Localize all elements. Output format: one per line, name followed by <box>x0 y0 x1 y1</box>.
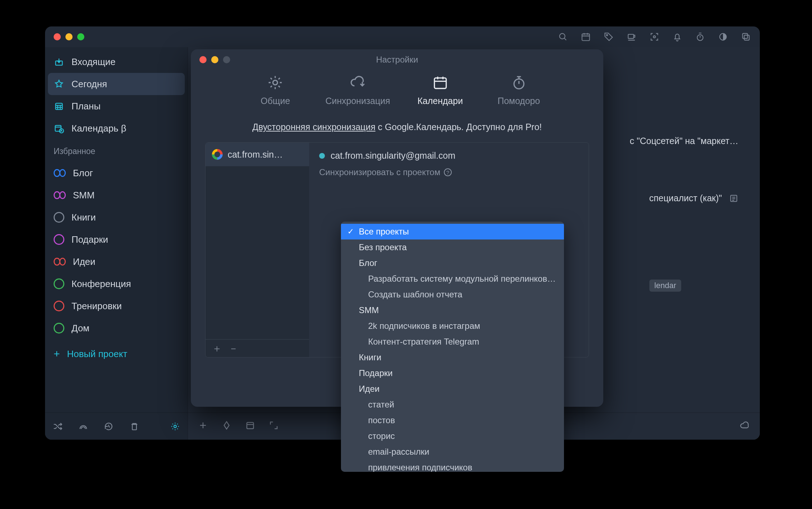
fullscreen-window-button[interactable] <box>77 33 84 40</box>
sidebar-project-smm[interactable]: SMM <box>45 184 188 206</box>
sidebar-project-home[interactable]: Дом <box>45 317 188 339</box>
status-dot-icon <box>319 153 325 159</box>
settings-tab-general[interactable]: Общие <box>247 74 304 106</box>
sidebar-project-conference[interactable]: Конференция <box>45 273 188 295</box>
tag-icon[interactable] <box>603 31 614 42</box>
minimize-window-button[interactable] <box>65 33 73 40</box>
close-window-button[interactable] <box>54 33 61 40</box>
cloud-icon[interactable] <box>740 420 750 433</box>
gear-icon <box>267 74 283 91</box>
add-account-button[interactable]: ＋ <box>212 342 222 355</box>
note-icon <box>729 194 738 203</box>
new-project-button[interactable]: + Новый проект <box>45 343 188 365</box>
stopwatch-icon <box>511 74 527 91</box>
svg-rect-2 <box>582 34 590 41</box>
task-row-2[interactable]: специалист (как)" <box>649 193 738 203</box>
account-item-google[interactable]: cat.from.sin… <box>206 143 309 166</box>
dropdown-item[interactable]: сторис <box>341 428 564 444</box>
settings-tabs: ОбщиеСинхронизацияКалендариПомодоро <box>191 70 603 115</box>
dropdown-item[interactable]: Без проекта <box>341 239 564 255</box>
svg-point-47 <box>514 79 524 89</box>
sidebar-nav-today[interactable]: Сегодня <box>48 73 185 95</box>
dropdown-item[interactable]: привлечения подписчиков <box>341 460 564 472</box>
calendar-small-icon[interactable] <box>245 420 255 433</box>
shuffle-icon[interactable] <box>52 421 63 432</box>
focus-icon[interactable] <box>649 31 660 42</box>
trash-icon[interactable] <box>129 421 140 432</box>
sidebar-nav-plans[interactable]: Планы <box>45 95 188 117</box>
svg-rect-37 <box>247 422 254 429</box>
project-circle-icon <box>54 301 64 311</box>
copy-icon[interactable] <box>741 31 751 42</box>
sidebar: ВходящиеСегодняПланыКалендарь β Избранно… <box>45 47 188 440</box>
contrast-icon[interactable] <box>718 31 728 42</box>
calendar-tag-chip[interactable]: lendar <box>649 280 681 292</box>
project-circle-icon <box>54 212 64 223</box>
dropdown-item[interactable]: 2k подписчиков в инстаграм <box>341 318 564 334</box>
sidebar-project-ideas[interactable]: Идеи <box>45 251 188 273</box>
calendar-icon[interactable] <box>580 31 591 42</box>
traffic-lights-main <box>54 33 84 40</box>
history-icon[interactable] <box>104 421 114 432</box>
svg-rect-22 <box>55 125 61 131</box>
settings-titlebar: Настройки <box>191 49 603 70</box>
sidebar-project-books[interactable]: Книги <box>45 206 188 228</box>
dropdown-item[interactable]: Разработать систему модульной перелинков… <box>341 271 564 287</box>
add-icon[interactable] <box>198 420 208 433</box>
sidebar-nav-label: Планы <box>71 101 100 112</box>
dropdown-item[interactable]: Подарки <box>341 365 564 381</box>
sidebar-nav-inbox[interactable]: Входящие <box>45 51 188 73</box>
settings-tab-sync[interactable]: Синхронизация <box>325 74 390 106</box>
project-label: Подарки <box>71 234 108 245</box>
expand-icon[interactable] <box>269 420 279 433</box>
project-label: Дом <box>71 323 89 334</box>
project-dropdown[interactable]: Все проектыБез проектаБлогРазработать си… <box>341 222 564 472</box>
remove-account-button[interactable]: － <box>228 342 238 355</box>
diamond-icon[interactable] <box>222 420 232 433</box>
timer-icon[interactable] <box>695 31 705 42</box>
svg-point-30 <box>174 425 177 428</box>
svg-rect-17 <box>56 103 63 110</box>
svg-line-28 <box>109 426 110 427</box>
dropdown-item[interactable]: Контент-стратегия Telegram <box>341 334 564 350</box>
dropdown-item[interactable]: Блог <box>341 255 564 271</box>
google-icon <box>212 149 223 160</box>
dropdown-item[interactable]: Книги <box>341 350 564 365</box>
dropdown-item[interactable]: Все проекты <box>341 224 564 239</box>
account-email-row: cat.from.singularity@gmail.com <box>319 150 579 161</box>
sidebar-nav-label: Входящие <box>71 56 115 68</box>
dropdown-item[interactable]: постов <box>341 412 564 428</box>
favorites-header: Избранное <box>45 143 188 158</box>
bell-icon[interactable] <box>672 31 683 42</box>
sidebar-nav-calendar[interactable]: Календарь β <box>45 117 188 139</box>
settings-tab-label: Синхронизация <box>325 96 390 106</box>
task-text-2: специалист (как)" <box>649 193 722 203</box>
settings-note-link[interactable]: Двусторонняя синхронизация <box>252 122 375 132</box>
account-list-footer: ＋ － <box>206 339 309 357</box>
dropdown-item[interactable]: Создать шаблон отчета <box>341 287 564 302</box>
dropdown-item[interactable]: SMM <box>341 302 564 318</box>
dropdown-item[interactable]: email-рассылки <box>341 444 564 460</box>
cup-icon[interactable] <box>626 31 637 42</box>
account-list: cat.from.sin… ＋ － <box>206 143 309 357</box>
sidebar-project-blog[interactable]: Блог <box>45 162 188 184</box>
project-label: Блог <box>73 168 93 179</box>
sidebar-bottombar <box>45 412 188 440</box>
search-icon[interactable] <box>558 31 568 42</box>
rainbow-icon[interactable] <box>78 421 89 432</box>
dropdown-item[interactable]: статей <box>341 397 564 412</box>
project-label: Конференция <box>71 278 131 290</box>
dropdown-item[interactable]: Идеи <box>341 381 564 397</box>
project-label: SMM <box>73 190 95 201</box>
project-infinity-icon <box>54 169 66 177</box>
help-icon[interactable]: ? <box>444 168 452 176</box>
settings-icon[interactable] <box>170 421 180 432</box>
task-row-1[interactable]: с "Соцсетей" на "маркет… <box>630 136 738 146</box>
settings-tab-label: Календари <box>417 96 463 106</box>
sidebar-project-workouts[interactable]: Тренировки <box>45 295 188 317</box>
settings-tab-pomodoro[interactable]: Помодоро <box>490 74 548 106</box>
svg-line-1 <box>564 38 566 40</box>
settings-tab-calendars[interactable]: Календари <box>412 74 469 106</box>
settings-tab-label: Помодоро <box>497 96 540 106</box>
sidebar-project-gifts[interactable]: Подарки <box>45 228 188 251</box>
